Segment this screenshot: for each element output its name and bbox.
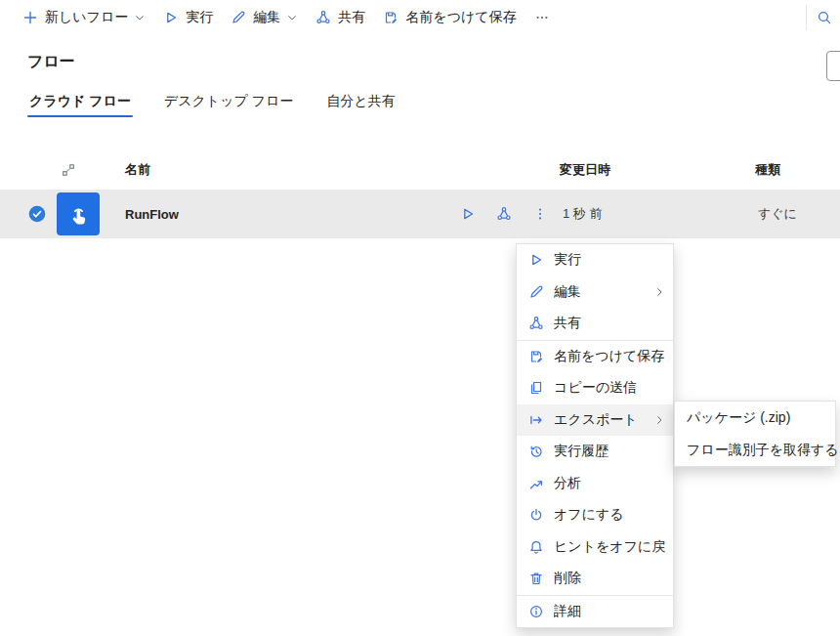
more-commands-button[interactable]: [525, 2, 559, 33]
plus-icon: [22, 10, 38, 25]
menu-item-edit[interactable]: 編集: [517, 276, 673, 309]
more-horizontal-icon: [534, 10, 550, 25]
menu-item-run-history[interactable]: 実行履歴: [517, 436, 673, 468]
menu-item-details[interactable]: 詳細: [517, 596, 673, 628]
new-flow-label: 新しいフロー: [45, 9, 128, 26]
menu-item-analytics[interactable]: 分析: [517, 468, 673, 500]
tab-desktop-flows[interactable]: デスクトップ フロー: [162, 93, 296, 117]
toolbar-divider: [806, 5, 807, 30]
chevron-down-icon: [286, 12, 298, 23]
flow-tile[interactable]: [57, 192, 100, 235]
save-as-label: 名前をつけて保存: [405, 9, 516, 26]
menu-item-delete[interactable]: 削除: [517, 563, 673, 595]
pencil-icon: [528, 284, 544, 300]
table-header: 名前 変更日時 種類: [0, 150, 840, 190]
page-title: フロー: [27, 52, 840, 72]
new-flow-button[interactable]: 新しいフロー: [14, 2, 154, 33]
command-bar: 新しいフロー 実行 編集 共有 名前をつけて保存: [0, 0, 840, 35]
chevron-right-icon: [653, 414, 665, 426]
context-menu: 実行 編集 共有 名前をつけて保存 コピーの送信 エクスポート 実行履歴 分析 …: [516, 243, 674, 628]
row-modified: 1 秒 前: [560, 205, 755, 223]
info-icon: [528, 604, 544, 619]
play-icon: [528, 252, 544, 268]
save-as-icon: [383, 10, 399, 25]
menu-item-share[interactable]: 共有: [517, 308, 673, 340]
row-type: すぐに: [755, 205, 840, 223]
menu-item-turn-off[interactable]: オフにする: [517, 499, 673, 531]
row-share-icon[interactable]: [496, 206, 512, 222]
row-selected-checkbox[interactable]: [28, 205, 46, 223]
run-button[interactable]: 実行: [154, 2, 222, 33]
export-submenu: パッケージ (.zip) フロー識別子を取得する: [674, 401, 836, 467]
search-button[interactable]: [813, 10, 834, 25]
edit-label: 編集: [253, 9, 280, 26]
trash-icon: [528, 571, 544, 586]
column-header-type[interactable]: 種類: [755, 161, 840, 179]
share-icon: [315, 10, 331, 25]
menu-item-export[interactable]: エクスポート: [517, 404, 673, 437]
menu-item-save-as[interactable]: 名前をつけて保存: [517, 341, 673, 373]
chevron-down-icon: [134, 12, 146, 23]
column-header-modified[interactable]: 変更日時: [560, 161, 755, 179]
flow-glyph-icon: [61, 162, 76, 178]
flow-name[interactable]: RunFlow: [125, 207, 179, 222]
row-actions: [460, 206, 560, 222]
tab-cloud-flows[interactable]: クラウド フロー: [27, 93, 133, 117]
table-row[interactable]: RunFlow 1 秒 前 すぐに: [0, 190, 840, 238]
share-icon: [528, 316, 544, 331]
edit-button[interactable]: 編集: [222, 2, 307, 33]
tab-shared-with-me[interactable]: 自分と共有: [324, 93, 397, 117]
menu-item-reset-hints[interactable]: ヒントをオフに戻す: [517, 531, 673, 564]
touch-tap-icon: [67, 203, 90, 226]
save-as-icon: [528, 349, 544, 364]
row-play-icon[interactable]: [460, 206, 476, 222]
share-label: 共有: [338, 9, 365, 26]
pencil-icon: [231, 10, 246, 25]
menu-item-run[interactable]: 実行: [517, 244, 673, 276]
save-as-button[interactable]: 名前をつけて保存: [374, 2, 525, 33]
row-more-vertical-icon[interactable]: [532, 206, 548, 222]
tab-bar: クラウド フロー デスクトップ フロー 自分と共有: [27, 93, 840, 117]
copy-icon: [528, 380, 544, 396]
menu-item-send-copy[interactable]: コピーの送信: [517, 372, 673, 404]
analytics-icon: [528, 476, 544, 491]
export-icon: [528, 412, 544, 428]
chevron-right-icon: [653, 286, 665, 298]
search-icon: [817, 10, 832, 25]
list-search-box[interactable]: [826, 51, 840, 81]
power-icon: [528, 507, 544, 523]
column-header-name[interactable]: 名前: [125, 161, 560, 179]
history-icon: [528, 444, 544, 459]
submenu-item-get-flow-identifier[interactable]: フロー識別子を取得する: [675, 434, 835, 466]
bell-icon: [528, 539, 544, 555]
play-icon: [163, 10, 179, 25]
share-button[interactable]: 共有: [307, 2, 374, 33]
run-label: 実行: [186, 9, 213, 26]
submenu-item-package-zip[interactable]: パッケージ (.zip): [675, 402, 835, 434]
